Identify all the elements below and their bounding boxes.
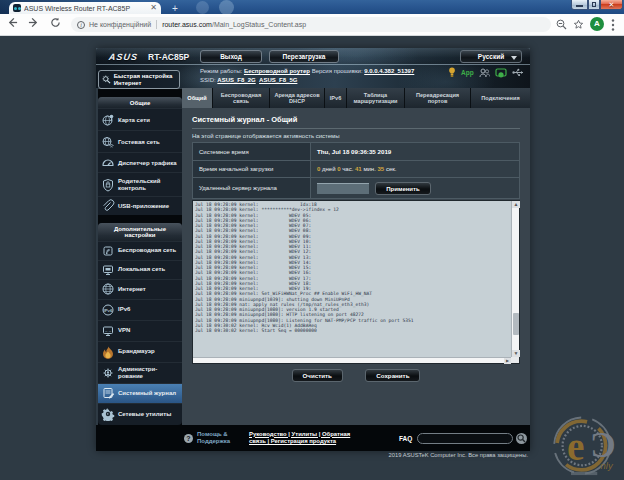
titlebar-decor-circle [196,1,209,14]
resize-grip[interactable] [511,357,519,363]
faq-label: FAQ [399,435,412,442]
sidebar-item-guest-network[interactable]: Гостевая сеть [98,130,182,152]
reboot-button[interactable]: Перезагрузка [269,50,339,63]
tab-connections[interactable]: Подключения [471,88,530,108]
sidebar-item-wireless[interactable]: Беспроводная сеть [98,241,182,260]
router-model: RT-AC85P [148,52,189,62]
clear-button[interactable]: Очистить [292,369,343,382]
sidebar-item-parental-control[interactable]: Родительский контроль [98,172,182,196]
sidebar-item-administration[interactable]: Администри- рование [98,362,182,383]
save-button[interactable]: Сохранить [365,369,420,382]
log-vertical-scrollbar[interactable]: ▲ ▼ [511,201,519,357]
language-value: Русский [478,53,504,60]
site-watermark: e Ɔ nly [546,410,624,480]
url-text: router.asus.com/Main_LogStatus_Content.a… [162,21,306,28]
tab-wireless-log[interactable]: Беспроводная связь [213,88,270,108]
firmware-link[interactable]: 9.0.0.4.382_51397 [364,68,414,74]
log-actions: Очистить Сохранить [182,364,530,382]
language-select[interactable]: Русский [460,50,522,63]
url-host: router.asus.com [162,21,212,28]
quick-setup-button[interactable]: Быстрая настройка Интернет [98,70,180,89]
sidebar-item-lan[interactable]: Локальная сеть [98,260,182,279]
system-time-value: Thu, Jul 18 09:36:35 2019 [317,148,391,155]
scrollbar-thumb[interactable] [513,313,519,335]
remote-server-input[interactable] [317,183,369,194]
sidebar-item-network-tools[interactable]: Сетевые утилиты [98,403,182,425]
footer-links-line1[interactable]: Руководство | Утилиты | Обратная [249,431,350,437]
new-tab-button[interactable]: + [167,3,183,14]
address-bar[interactable]: i Не конфіденційний router.asus.com/Main… [71,17,551,32]
sidebar-item-usb-application[interactable]: USB-приложение [98,196,182,215]
guest-network-icon [101,135,115,149]
tab-close-icon[interactable]: ✕ [150,4,157,12]
sidebar-item-label: Сетевые утилиты [118,411,171,418]
window-maximize-button[interactable] [588,0,600,10]
table-row: Системное время Thu, Jul 18 09:36:35 201… [193,143,520,161]
footer-links[interactable]: Руководство | Утилиты | Обратнаясвязь | … [249,431,359,446]
banner-status-icons: App [448,67,524,78]
sidebar-item-traffic-manager[interactable]: Диспетчер трафика [98,152,182,172]
footer-bar: ? Помощь & Поддержка Руководство | Утили… [96,425,530,451]
footer-links-line2[interactable]: связь | Регистрация продукта [249,438,336,444]
zoom-indicator-icon[interactable] [556,19,567,30]
asus-logo: ASUS [108,52,138,62]
system-log-textarea[interactable]: Jul 18 09:28:09 kernel: Idx:18 Jul 18 09… [192,200,520,364]
table-row: Время начальной загрузки 0 дней 0 час. 4… [193,161,520,178]
browser-tab[interactable]: ASUS Wireless Router RT-AC85P ✕ [9,2,161,14]
wifi-device-icon[interactable] [495,68,507,78]
tab-ipv6[interactable]: IPv6 [325,88,347,108]
bookmark-star-icon[interactable] [573,19,584,30]
faq-search-input[interactable] [417,433,513,444]
table-row: Удаленный сервер журнала Применить [193,178,520,199]
ssid-5g-link[interactable]: ASUS_F8_5G [259,77,297,83]
copyright-text: 2019 ASUSTeK Computer Inc. Все права защ… [96,452,528,458]
profile-avatar[interactable]: A [590,17,604,31]
tab-port-forwarding[interactable]: Переадресация портов [405,88,471,108]
parental-control-icon [101,178,115,192]
usb-icon[interactable] [512,68,524,77]
tab-dhcp-leases[interactable]: Аренда адресов DHCP [270,88,325,108]
vpn-icon: ←→ [101,324,115,338]
sidebar-item-label: Родительский контроль [118,178,180,191]
sidebar-item-vpn[interactable]: ←→ VPN [98,320,182,341]
browser-menu-icon[interactable] [611,18,615,32]
tab-title: ASUS Wireless Router RT-AC85P [24,5,147,12]
sidebar-item-wan[interactable]: Интернет [98,279,182,299]
notification-bulb-icon[interactable] [448,67,456,78]
quick-setup-label: Быстрая настройка Интернет [114,73,177,86]
sidebar-item-network-map[interactable]: Карта сети [98,108,182,130]
help-question-icon: ? [184,434,193,443]
sidebar-item-system-log[interactable]: Системный журнал [98,383,182,403]
log-horizontal-scrollbar[interactable]: ▶ [193,357,511,363]
sidebar-section-general: Общие Карта сети Гостевая сеть Диспетчер… [98,97,182,215]
mode-link[interactable]: Беспроводной роутер [244,68,310,74]
forward-button[interactable] [28,17,42,31]
sidebar-item-firewall[interactable]: Брандмауэр [98,341,182,362]
tab-routing-table[interactable]: Таблица маршрутизации [347,88,405,108]
ssid-2g-link[interactable]: ASUS_F8_2G [217,77,255,83]
app-link[interactable]: App [461,69,474,76]
sidebar-section-advanced-title: Дополнительные настройки [98,223,182,241]
logout-button[interactable]: Выход [200,50,262,63]
browser-toolbar: i Не конфіденційний router.asus.com/Main… [0,14,624,36]
page-title: Системный журнал - Общий [192,115,297,124]
reload-button[interactable] [50,17,64,31]
system-log-icon [101,386,115,400]
svg-text:nly: nly [601,461,614,471]
window-close-button[interactable] [600,0,623,10]
apply-button[interactable]: Применить [375,182,431,195]
sidebar-item-ipv6[interactable]: IPv6 IPv6 [98,299,182,320]
ssid-label: SSID: [200,77,216,83]
window-minimize-button[interactable] [571,0,588,10]
page-info-icon[interactable]: i [77,21,85,29]
scroll-up-arrow-icon[interactable]: ▲ [512,201,520,208]
omnibox-separator [156,20,157,29]
browser-titlebar: ASUS Wireless Router RT-AC85P ✕ + [0,0,624,14]
sidebar-item-label: Брандмауэр [118,348,155,355]
tab-general[interactable]: Общий [182,88,213,108]
help-support-link[interactable]: Помощь & Поддержка [197,431,241,445]
clients-icon[interactable] [479,68,490,78]
scroll-down-arrow-icon[interactable]: ▼ [512,350,520,357]
faq-search-button[interactable] [516,433,527,444]
back-button[interactable] [7,17,21,31]
